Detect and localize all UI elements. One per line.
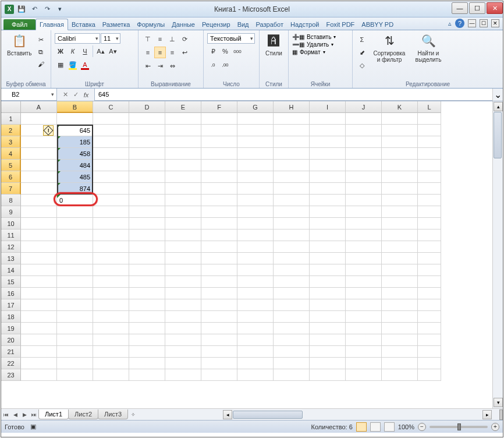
cell-C1[interactable] <box>93 113 129 125</box>
cell-J2[interactable] <box>346 125 382 136</box>
cell-J13[interactable] <box>346 253 382 264</box>
cell-K6[interactable] <box>382 171 418 183</box>
cell-H20[interactable] <box>274 334 310 346</box>
cell-F8[interactable] <box>201 195 237 206</box>
cell-B4[interactable]: 458 <box>57 148 93 160</box>
cell-L2[interactable] <box>418 125 441 136</box>
cell-H11[interactable] <box>274 229 310 241</box>
cell-K16[interactable] <box>382 288 418 299</box>
cell-B3[interactable]: 185 <box>57 136 93 148</box>
align-middle-icon[interactable]: ≡ <box>154 33 166 45</box>
cell-C18[interactable] <box>93 311 129 323</box>
scroll-up-icon[interactable]: ▴ <box>494 102 503 111</box>
cell-C10[interactable] <box>93 218 129 229</box>
cell-C9[interactable] <box>93 206 129 218</box>
cell-J22[interactable] <box>346 358 382 369</box>
cell-A6[interactable] <box>21 171 57 183</box>
cut-icon[interactable]: ✂ <box>35 34 47 45</box>
col-header-E[interactable]: E <box>165 101 201 113</box>
cell-C3[interactable] <box>93 136 129 148</box>
cell-L7[interactable] <box>418 183 441 195</box>
cell-L16[interactable] <box>418 288 441 299</box>
cell-E10[interactable] <box>165 218 201 229</box>
align-bottom-icon[interactable]: ⊥ <box>166 33 178 45</box>
row-header-5[interactable]: 5 <box>1 160 21 171</box>
cell-E12[interactable] <box>165 241 201 253</box>
fill-icon[interactable]: ⬋ <box>356 47 368 58</box>
cell-A9[interactable] <box>21 206 57 218</box>
cell-K23[interactable] <box>382 369 418 381</box>
col-header-A[interactable]: A <box>21 101 57 113</box>
cell-G7[interactable] <box>237 183 274 195</box>
cell-D16[interactable] <box>129 288 165 299</box>
paste-button[interactable]: 📋 Вставить <box>5 31 34 58</box>
cell-G3[interactable] <box>237 136 274 148</box>
tab-splitter[interactable] <box>499 409 503 420</box>
cell-H12[interactable] <box>274 241 310 253</box>
sort-filter-button[interactable]: ⇅ Сортировка и фильтр <box>369 31 410 64</box>
cell-J8[interactable] <box>346 195 382 206</box>
cell-E4[interactable] <box>165 148 201 160</box>
percent-icon[interactable]: % <box>219 45 231 57</box>
cell-H18[interactable] <box>274 311 310 323</box>
cell-A12[interactable] <box>21 241 57 253</box>
orientation-icon[interactable]: ⟳ <box>179 33 190 45</box>
cell-J5[interactable] <box>346 160 382 171</box>
cell-E22[interactable] <box>165 358 201 369</box>
zoom-percent[interactable]: 100% <box>398 423 414 430</box>
sheet-nav-last-icon[interactable]: ⏭ <box>29 410 38 419</box>
cell-F22[interactable] <box>201 358 237 369</box>
cell-H7[interactable] <box>274 183 310 195</box>
cell-A1[interactable] <box>21 113 57 125</box>
cell-L21[interactable] <box>418 346 441 358</box>
col-header-L[interactable]: L <box>418 101 441 113</box>
select-all-corner[interactable] <box>1 101 21 113</box>
grow-font-icon[interactable]: A▴ <box>95 45 107 57</box>
cell-C17[interactable] <box>93 299 129 311</box>
cell-D4[interactable] <box>129 148 165 160</box>
cell-F14[interactable] <box>201 264 237 276</box>
vscroll-thumb[interactable] <box>494 112 502 158</box>
col-header-F[interactable]: F <box>201 101 237 113</box>
cell-I2[interactable] <box>310 125 346 136</box>
cell-G4[interactable] <box>237 148 274 160</box>
cell-I23[interactable] <box>310 369 346 381</box>
format-cells-button[interactable]: ▦ Формат▾ <box>292 49 325 55</box>
cell-D2[interactable] <box>129 125 165 136</box>
cell-D17[interactable] <box>129 299 165 311</box>
col-header-B[interactable]: B <box>57 101 93 113</box>
cell-I15[interactable] <box>310 276 346 288</box>
cell-D7[interactable] <box>129 183 165 195</box>
cell-B19[interactable] <box>57 323 93 334</box>
cell-J1[interactable] <box>346 113 382 125</box>
cell-D6[interactable] <box>129 171 165 183</box>
col-header-D[interactable]: D <box>129 101 165 113</box>
cell-G20[interactable] <box>237 334 274 346</box>
row-header-11[interactable]: 11 <box>1 229 21 241</box>
tab-data[interactable]: Данные <box>168 19 198 30</box>
cell-J18[interactable] <box>346 311 382 323</box>
enter-formula-icon[interactable]: ✓ <box>71 90 80 100</box>
cell-E2[interactable] <box>165 125 201 136</box>
cell-L17[interactable] <box>418 299 441 311</box>
cell-D3[interactable] <box>129 136 165 148</box>
row-header-17[interactable]: 17 <box>1 299 21 311</box>
macro-record-icon[interactable]: ▣ <box>30 423 36 430</box>
decrease-decimal-icon[interactable]: ,00 <box>219 59 231 70</box>
cell-F12[interactable] <box>201 241 237 253</box>
cell-E23[interactable] <box>165 369 201 381</box>
cell-L22[interactable] <box>418 358 441 369</box>
expand-formula-bar-icon[interactable]: ⌄ <box>492 89 503 101</box>
cell-B12[interactable] <box>57 241 93 253</box>
row-header-4[interactable]: 4 <box>1 148 21 160</box>
cell-B7[interactable]: 874 <box>57 183 93 195</box>
wrap-text-icon[interactable]: ↩ <box>179 47 190 58</box>
hscroll-thumb[interactable] <box>233 411 303 419</box>
comma-icon[interactable]: 000 <box>232 45 243 57</box>
tab-view[interactable]: Вид <box>234 19 253 30</box>
cell-K20[interactable] <box>382 334 418 346</box>
zoom-thumb[interactable] <box>457 423 461 430</box>
qat-redo-icon[interactable]: ↷ <box>42 4 52 15</box>
cell-B11[interactable] <box>57 229 93 241</box>
shrink-font-icon[interactable]: A▾ <box>107 45 119 57</box>
